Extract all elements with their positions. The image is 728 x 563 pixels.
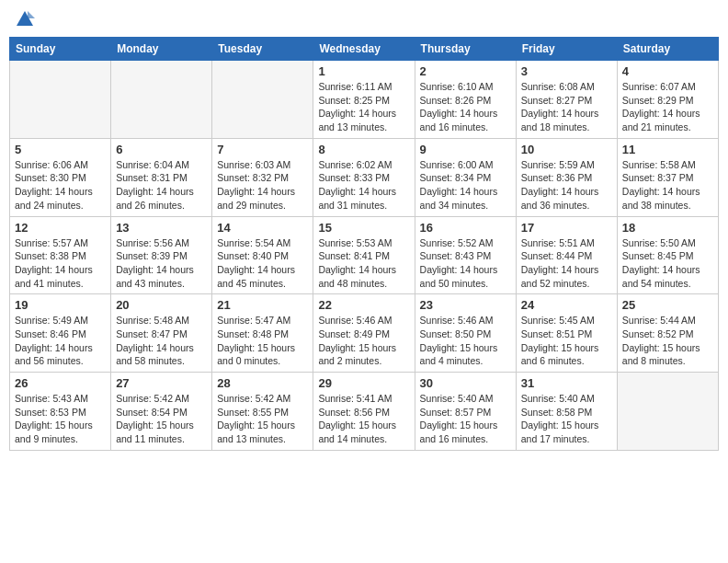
calendar-cell: 22Sunrise: 5:46 AM Sunset: 8:49 PM Dayli… [313,294,415,373]
calendar-week-row: 26Sunrise: 5:43 AM Sunset: 8:53 PM Dayli… [10,373,719,451]
day-number: 30 [420,376,511,390]
calendar-cell: 16Sunrise: 5:52 AM Sunset: 8:43 PM Dayli… [415,216,516,294]
day-info: Sunrise: 5:57 AM Sunset: 8:38 PM Dayligh… [15,236,106,291]
day-number: 25 [622,298,713,312]
day-info: Sunrise: 5:54 AM Sunset: 8:40 PM Dayligh… [217,236,308,291]
calendar-day-header: Thursday [415,38,516,61]
calendar-week-row: 12Sunrise: 5:57 AM Sunset: 8:38 PM Dayli… [10,216,719,294]
day-number: 29 [318,376,409,390]
day-number: 28 [217,376,308,390]
day-info: Sunrise: 5:41 AM Sunset: 8:56 PM Dayligh… [318,392,409,446]
calendar-day-header: Monday [111,38,212,61]
day-number: 31 [521,376,612,390]
day-info: Sunrise: 5:52 AM Sunset: 8:43 PM Dayligh… [420,236,511,291]
calendar-cell: 5Sunrise: 6:06 AM Sunset: 8:30 PM Daylig… [10,138,111,216]
day-info: Sunrise: 5:40 AM Sunset: 8:57 PM Dayligh… [420,392,511,446]
calendar-cell: 4Sunrise: 6:07 AM Sunset: 8:29 PM Daylig… [617,61,718,139]
calendar-cell [111,61,212,139]
day-number: 23 [420,298,511,312]
day-info: Sunrise: 5:46 AM Sunset: 8:49 PM Dayligh… [318,314,409,368]
calendar-cell: 15Sunrise: 5:53 AM Sunset: 8:41 PM Dayli… [313,216,415,294]
day-number: 17 [521,221,612,235]
day-info: Sunrise: 6:03 AM Sunset: 8:32 PM Dayligh… [217,158,308,213]
day-info: Sunrise: 5:49 AM Sunset: 8:46 PM Dayligh… [15,314,106,368]
calendar-cell: 25Sunrise: 5:44 AM Sunset: 8:52 PM Dayli… [617,294,718,373]
calendar-week-row: 1Sunrise: 6:11 AM Sunset: 8:25 PM Daylig… [10,61,719,139]
day-number: 16 [420,221,511,235]
day-number: 24 [521,298,612,312]
day-number: 2 [420,64,511,78]
calendar-cell: 27Sunrise: 5:42 AM Sunset: 8:54 PM Dayli… [111,373,212,451]
calendar-cell [212,61,313,139]
day-info: Sunrise: 5:47 AM Sunset: 8:48 PM Dayligh… [217,314,308,368]
day-info: Sunrise: 6:07 AM Sunset: 8:29 PM Dayligh… [622,80,713,134]
page-header [9,9,719,29]
day-info: Sunrise: 5:58 AM Sunset: 8:37 PM Dayligh… [622,158,713,213]
day-info: Sunrise: 6:11 AM Sunset: 8:25 PM Dayligh… [318,80,409,134]
day-number: 4 [622,64,713,78]
calendar-table: SundayMondayTuesdayWednesdayThursdayFrid… [9,37,719,451]
day-info: Sunrise: 5:51 AM Sunset: 8:44 PM Dayligh… [521,236,612,291]
calendar-cell: 3Sunrise: 6:08 AM Sunset: 8:27 PM Daylig… [516,61,617,139]
day-number: 6 [116,143,207,156]
calendar-cell: 14Sunrise: 5:54 AM Sunset: 8:40 PM Dayli… [212,216,313,294]
day-info: Sunrise: 5:43 AM Sunset: 8:53 PM Dayligh… [15,392,106,446]
calendar-cell: 9Sunrise: 6:00 AM Sunset: 8:34 PM Daylig… [415,138,516,216]
day-info: Sunrise: 5:42 AM Sunset: 8:54 PM Dayligh… [116,392,207,446]
calendar-cell: 13Sunrise: 5:56 AM Sunset: 8:39 PM Dayli… [111,216,212,294]
day-number: 11 [622,143,713,156]
day-number: 3 [521,64,612,78]
day-info: Sunrise: 5:50 AM Sunset: 8:45 PM Dayligh… [622,236,713,291]
day-info: Sunrise: 5:46 AM Sunset: 8:50 PM Dayligh… [420,314,511,368]
calendar-week-row: 5Sunrise: 6:06 AM Sunset: 8:30 PM Daylig… [10,138,719,216]
calendar-cell: 10Sunrise: 5:59 AM Sunset: 8:36 PM Dayli… [516,138,617,216]
calendar-cell: 1Sunrise: 6:11 AM Sunset: 8:25 PM Daylig… [313,61,415,139]
calendar-day-header: Tuesday [212,38,313,61]
calendar-cell: 30Sunrise: 5:40 AM Sunset: 8:57 PM Dayli… [415,373,516,451]
day-number: 13 [116,221,207,235]
day-number: 1 [318,64,409,78]
calendar-cell [10,61,111,139]
day-info: Sunrise: 6:08 AM Sunset: 8:27 PM Dayligh… [521,80,612,134]
calendar-cell [617,373,718,451]
calendar-cell: 19Sunrise: 5:49 AM Sunset: 8:46 PM Dayli… [10,294,111,373]
calendar-cell: 28Sunrise: 5:42 AM Sunset: 8:55 PM Dayli… [212,373,313,451]
day-info: Sunrise: 5:42 AM Sunset: 8:55 PM Dayligh… [217,392,308,446]
day-number: 7 [217,143,308,156]
calendar-cell: 17Sunrise: 5:51 AM Sunset: 8:44 PM Dayli… [516,216,617,294]
day-number: 26 [15,376,106,390]
calendar-cell: 11Sunrise: 5:58 AM Sunset: 8:37 PM Dayli… [617,138,718,216]
day-info: Sunrise: 6:10 AM Sunset: 8:26 PM Dayligh… [420,80,511,134]
calendar-cell: 20Sunrise: 5:48 AM Sunset: 8:47 PM Dayli… [111,294,212,373]
calendar-day-header: Sunday [10,38,111,61]
calendar-cell: 7Sunrise: 6:03 AM Sunset: 8:32 PM Daylig… [212,138,313,216]
day-info: Sunrise: 6:02 AM Sunset: 8:33 PM Dayligh… [318,158,409,213]
calendar-cell: 24Sunrise: 5:45 AM Sunset: 8:51 PM Dayli… [516,294,617,373]
calendar-cell: 12Sunrise: 5:57 AM Sunset: 8:38 PM Dayli… [10,216,111,294]
calendar-day-header: Friday [516,38,617,61]
calendar-cell: 21Sunrise: 5:47 AM Sunset: 8:48 PM Dayli… [212,294,313,373]
day-number: 21 [217,298,308,312]
logo [13,9,35,29]
calendar-header-row: SundayMondayTuesdayWednesdayThursdayFrid… [10,38,719,61]
day-number: 5 [15,143,106,156]
svg-marker-1 [28,11,35,18]
day-info: Sunrise: 5:45 AM Sunset: 8:51 PM Dayligh… [521,314,612,368]
calendar-cell: 26Sunrise: 5:43 AM Sunset: 8:53 PM Dayli… [10,373,111,451]
day-info: Sunrise: 6:00 AM Sunset: 8:34 PM Dayligh… [420,158,511,213]
day-info: Sunrise: 5:44 AM Sunset: 8:52 PM Dayligh… [622,314,713,368]
day-number: 14 [217,221,308,235]
day-number: 15 [318,221,409,235]
calendar-cell: 23Sunrise: 5:46 AM Sunset: 8:50 PM Dayli… [415,294,516,373]
calendar-cell: 2Sunrise: 6:10 AM Sunset: 8:26 PM Daylig… [415,61,516,139]
day-number: 19 [15,298,106,312]
day-info: Sunrise: 5:56 AM Sunset: 8:39 PM Dayligh… [116,236,207,291]
calendar-cell: 29Sunrise: 5:41 AM Sunset: 8:56 PM Dayli… [313,373,415,451]
calendar-cell: 8Sunrise: 6:02 AM Sunset: 8:33 PM Daylig… [313,138,415,216]
day-number: 18 [622,221,713,235]
day-info: Sunrise: 6:06 AM Sunset: 8:30 PM Dayligh… [15,158,106,213]
day-number: 27 [116,376,207,390]
calendar-cell: 18Sunrise: 5:50 AM Sunset: 8:45 PM Dayli… [617,216,718,294]
day-info: Sunrise: 5:53 AM Sunset: 8:41 PM Dayligh… [318,236,409,291]
calendar-day-header: Wednesday [313,38,415,61]
